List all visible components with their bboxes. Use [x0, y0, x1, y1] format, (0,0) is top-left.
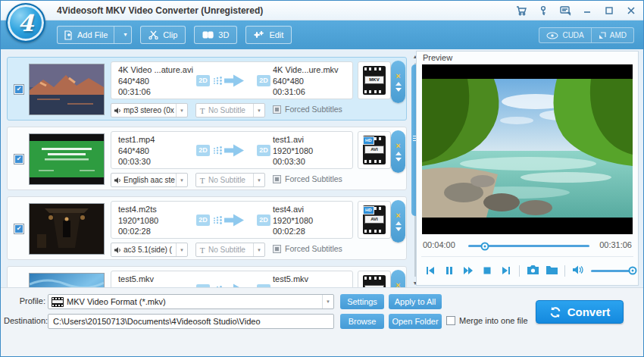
fast-forward-button[interactable]: [462, 265, 474, 277]
output-format-card: MKV HD: [358, 271, 391, 287]
video-thumbnail-3: [29, 273, 105, 287]
convert-arrow-icon: [212, 211, 255, 228]
next-frame-button[interactable]: [500, 265, 512, 277]
2d-badge-target: 2D: [257, 145, 270, 156]
cuda-button[interactable]: CUDA: [539, 28, 590, 42]
subtitle-dropdown-arrow[interactable]: ▼: [253, 243, 264, 256]
edit-button[interactable]: Edit: [245, 26, 292, 44]
remove-file-button[interactable]: ×: [395, 142, 400, 149]
move-down-button[interactable]: [395, 227, 402, 231]
subtitle-dropdown[interactable]: T No Subtitle ▼: [195, 173, 265, 187]
convert-sync-icon: [549, 306, 561, 318]
file-row[interactable]: ✔ test1.mp4 640*480 00:03:30 2D: [7, 127, 407, 190]
profile-dropdown[interactable]: MKV Video Format (*.mkv) ▼: [48, 294, 334, 309]
file-row[interactable]: ✔ test4.m2ts 1920*1080 00:02:28 2D: [7, 196, 407, 260]
video-thumbnail-2: [29, 203, 105, 255]
forced-subtitles-box[interactable]: [273, 105, 281, 114]
edit-label: Edit: [269, 30, 283, 39]
snapshot-camera-button[interactable]: [527, 265, 539, 277]
convert-label: Convert: [567, 305, 611, 318]
merge-checkbox-box[interactable]: [446, 316, 455, 325]
close-button[interactable]: [625, 5, 637, 17]
speaker-icon: [111, 104, 123, 117]
cart-icon[interactable]: [515, 5, 527, 17]
clip-button[interactable]: Clip: [140, 26, 186, 44]
output-format-card: AVI HD: [358, 131, 391, 169]
preview-frame-nature-scene: [422, 79, 633, 218]
subtitle-t-icon: T: [196, 176, 208, 185]
subtitle-dropdown[interactable]: T No Subtitle ▼: [195, 243, 265, 257]
remove-file-button[interactable]: ×: [395, 281, 400, 287]
audio-dropdown-arrow[interactable]: ▼: [176, 104, 187, 117]
file-checkbox[interactable]: ✔: [14, 224, 24, 234]
convert-button[interactable]: Convert: [536, 300, 624, 324]
source-name: 4K Video ...ature.avi: [118, 64, 198, 76]
key-register-icon[interactable]: [537, 5, 549, 17]
svg-text:D: D: [210, 33, 214, 38]
previous-frame-button[interactable]: [424, 265, 436, 277]
playback-controls: [424, 261, 632, 280]
browse-button[interactable]: Browse: [340, 314, 384, 329]
forced-subtitles-box[interactable]: [273, 175, 281, 183]
profile-dropdown-arrow[interactable]: ▼: [322, 295, 333, 308]
move-up-button[interactable]: [395, 82, 402, 86]
progress-slider[interactable]: [468, 245, 589, 247]
remove-file-button[interactable]: ×: [395, 72, 400, 80]
convert-arrow-icon: [212, 281, 255, 287]
maximize-button[interactable]: [603, 5, 615, 17]
file-checkbox[interactable]: ✔: [14, 154, 24, 164]
move-up-button[interactable]: [395, 221, 402, 225]
apply-to-all-button[interactable]: Apply to All: [389, 294, 442, 309]
total-time: 00:31:06: [599, 240, 632, 249]
volume-icon[interactable]: [572, 265, 584, 277]
audio-track-dropdown[interactable]: mp3 stereo (0x ▼: [111, 103, 188, 117]
forced-subtitles-checkbox[interactable]: Forced Subtitles: [273, 244, 342, 253]
audio-track-dropdown[interactable]: English aac ste ▼: [111, 173, 188, 187]
audio-dropdown-arrow[interactable]: ▼: [176, 174, 187, 186]
open-snapshot-folder-button[interactable]: [546, 265, 558, 277]
settings-button[interactable]: Settings: [340, 294, 384, 309]
subtitle-dropdown[interactable]: T No Subtitle ▼: [195, 103, 265, 117]
feedback-icon[interactable]: [559, 5, 571, 17]
remove-file-button[interactable]: ×: [395, 211, 400, 219]
destination-input[interactable]: [48, 314, 334, 329]
audio-dropdown-arrow[interactable]: ▼: [176, 243, 187, 256]
forced-subtitles-checkbox[interactable]: Forced Subtitles: [273, 105, 342, 114]
audio-track-dropdown[interactable]: ac3 5.1(side) ( ▼: [111, 243, 188, 257]
volume-thumb[interactable]: [629, 267, 637, 275]
target-name: test1.avi: [273, 134, 352, 146]
subtitle-dropdown-arrow[interactable]: ▼: [253, 174, 264, 186]
titlebar: 4Videosoft MKV Video Converter (Unregist…: [1, 1, 643, 20]
move-down-button[interactable]: [395, 88, 402, 92]
move-down-button[interactable]: [395, 158, 402, 161]
merge-checkbox[interactable]: Merge into one file: [446, 316, 528, 325]
target-file-info: test1.avi 1920*1080 00:03:30: [273, 134, 352, 168]
3d-button[interactable]: 3D 3D: [194, 26, 237, 44]
subtitle-dropdown-arrow[interactable]: ▼: [253, 104, 264, 117]
pause-button[interactable]: [443, 265, 455, 277]
2d-badge-source: 2D: [196, 145, 210, 156]
open-folder-button[interactable]: Open Folder: [389, 314, 442, 329]
progress-thumb[interactable]: [481, 242, 489, 250]
target-resolution: 1920*1080: [273, 146, 352, 157]
forced-subtitles-box[interactable]: [273, 245, 281, 253]
amd-button[interactable]: AMD: [591, 28, 633, 42]
stop-button[interactable]: [481, 265, 493, 277]
preview-video[interactable]: [422, 64, 633, 234]
add-file-dropdown-arrow[interactable]: ▼: [119, 26, 131, 44]
forced-subtitles-label: Forced Subtitles: [285, 174, 342, 183]
row-actions: ×: [391, 130, 405, 173]
row-actions: ×: [391, 61, 405, 103]
video-thumbnail-1: [29, 133, 105, 185]
minimize-button[interactable]: [581, 5, 593, 17]
volume-slider[interactable]: [591, 270, 636, 272]
forced-subtitles-label: Forced Subtitles: [285, 105, 342, 114]
file-row[interactable]: ✔ 4K Video ...ature.avi 640*480 00:31:06…: [7, 57, 407, 121]
add-file-button[interactable]: Add File ▼: [57, 26, 132, 44]
move-up-button[interactable]: [395, 152, 402, 155]
target-file-info: test5.mkv: [273, 274, 352, 285]
file-checkbox[interactable]: ✔: [14, 84, 24, 95]
subtitle-t-icon: T: [196, 246, 208, 255]
forced-subtitles-checkbox[interactable]: Forced Subtitles: [273, 174, 342, 183]
file-row[interactable]: ✔ test5.mkv 2D: [7, 266, 407, 287]
